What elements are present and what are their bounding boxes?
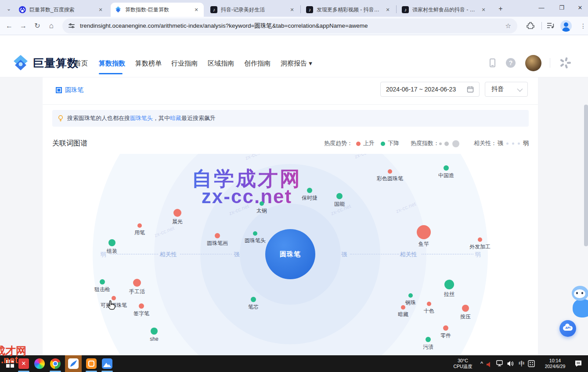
cpu-temp-widget[interactable]: 30°C CPU温度 [449, 355, 477, 372]
nav-item-6[interactable]: 创作指南 [244, 58, 271, 69]
api-floating-button[interactable]: API [559, 320, 576, 337]
bubble-dot[interactable] [100, 279, 105, 284]
taskbar-chrome-icon[interactable] [50, 358, 61, 369]
tip-link-1[interactable]: 圆珠笔头 [130, 114, 153, 122]
bubble-dot[interactable] [427, 302, 431, 306]
bubble-dot[interactable] [133, 279, 141, 287]
tray-expand-chevron-icon[interactable]: ^ [478, 355, 486, 372]
bubble-dot[interactable] [139, 303, 144, 309]
tab-close-icon[interactable]: ✕ [193, 6, 200, 13]
legend-size-medium-icon [444, 142, 449, 146]
site-info-icon[interactable] [69, 23, 75, 29]
reading-list-icon[interactable] [546, 21, 555, 32]
address-bar[interactable]: trendinsight.oceanengine.com/arithmetic-… [62, 18, 517, 33]
desktop-root: ⌄ 巨量算数_百度搜索✕算数指数-巨量算数✕♪抖音-记录美好生活✕♪发现更多精彩… [0, 0, 588, 372]
corner-watermark-line2: .net [1, 355, 18, 365]
window-close-button[interactable]: ✕ [571, 0, 588, 16]
reload-button[interactable]: ↻ [32, 20, 43, 32]
taskbar-blue-sail-app-icon[interactable] [68, 358, 79, 369]
forward-button[interactable]: → [18, 20, 29, 32]
browser-menu-icon[interactable]: ⋮ [579, 20, 588, 32]
home-button[interactable]: ⌂ [46, 20, 57, 32]
bubble-dot[interactable] [260, 201, 264, 206]
bubble-dot[interactable] [444, 165, 449, 171]
pinyin-grid-icon[interactable] [528, 360, 535, 372]
nav-item-1[interactable]: 首页 [75, 58, 88, 69]
muted-speaker-icon[interactable] [487, 361, 493, 372]
bubble-dot[interactable] [462, 305, 469, 312]
window-maximize-button[interactable]: ❐ [552, 0, 571, 16]
tab-close-icon[interactable]: ✕ [97, 6, 104, 13]
oceanengine-pinwheel-icon[interactable] [559, 56, 572, 69]
browser-profile-avatar[interactable] [560, 20, 572, 32]
bubble-dot[interactable] [215, 233, 220, 238]
ime-indicator[interactable]: 中 [517, 355, 526, 372]
new-tab-button[interactable]: + [495, 4, 506, 14]
notification-center-icon[interactable] [574, 360, 582, 372]
back-button[interactable]: ← [4, 20, 15, 32]
bubble-dot[interactable] [426, 337, 431, 342]
bubble-dot[interactable] [408, 293, 413, 298]
nav-item-5[interactable]: 区域指南 [208, 58, 234, 69]
nav-item-7[interactable]: 洞察报告 ▾ [281, 58, 312, 69]
clock-widget[interactable]: 10:14 2024/6/29 [539, 355, 571, 372]
taskbar-red-x-app-icon[interactable]: ✕ [18, 358, 29, 369]
bubble-dot[interactable] [443, 325, 448, 331]
browser-tab-2[interactable]: 算数指数-巨量算数✕ [111, 3, 204, 17]
nav-item-3[interactable]: 算数榜单 [135, 58, 162, 69]
bubble-dot[interactable] [444, 280, 454, 289]
juliang-logo-icon [11, 54, 30, 72]
browser-tab-3[interactable]: ♪抖音-记录美好生活✕ [206, 3, 299, 17]
site-logo[interactable]: 巨量算数 [11, 54, 79, 72]
bubble-dot[interactable] [417, 225, 431, 239]
tab-close-icon[interactable]: ✕ [480, 6, 487, 13]
window-minimize-button[interactable]: — [532, 0, 551, 16]
nav-item-4[interactable]: 行业指南 [171, 58, 198, 69]
cpu-temp-value: 30°C [449, 358, 477, 364]
browser-tab-1[interactable]: 巨量算数_百度搜索✕ [15, 3, 108, 17]
taskbar-color-wheel-app-icon[interactable] [34, 358, 45, 369]
browser-tab-4[interactable]: ♪发现更多精彩视频 - 抖音搜索✕ [302, 3, 395, 17]
bubble-label: 签字笔 [115, 310, 168, 317]
analysis-card: 圆珠笔 2024-06-17 ~ 2024-06-23 抖音 搜索圆珠笔的人也都… [43, 77, 538, 355]
bubble-dot[interactable] [137, 223, 142, 228]
axis-strong-right: 强 [327, 251, 362, 259]
bookmark-star-icon[interactable]: ☆ [505, 22, 511, 30]
bubble-dot[interactable] [253, 231, 257, 236]
extensions-icon[interactable] [526, 21, 535, 32]
bubble-dot[interactable] [307, 188, 312, 193]
volume-icon[interactable] [507, 361, 515, 372]
bubble-dot[interactable] [173, 209, 181, 217]
url-text[interactable]: trendinsight.oceanengine.com/arithmetic-… [80, 22, 505, 30]
platform-select[interactable]: 抖音 [485, 82, 528, 97]
mascot-character[interactable] [572, 286, 588, 321]
bubble-dot[interactable] [108, 239, 115, 246]
tab-close-icon[interactable]: ✕ [289, 6, 296, 13]
page-scrollbar[interactable] [584, 105, 588, 246]
keyword-label: 圆珠笔 [65, 86, 83, 94]
bubble-label: 笔芯 [227, 303, 280, 311]
help-icon[interactable]: ? [506, 58, 516, 68]
taskbar-photos-app-icon[interactable] [102, 358, 112, 369]
tab-close-icon[interactable]: ✕ [384, 6, 391, 13]
tip-text-prefix: 搜索圆珠笔的人也都在搜 [67, 114, 130, 122]
keyword-chip[interactable]: 圆珠笔 [56, 86, 83, 94]
bubble-dot[interactable] [478, 237, 482, 242]
taskbar-active-app-highlight[interactable] [65, 355, 82, 372]
bubble-dot[interactable] [151, 328, 158, 335]
tab-search-chevron-icon[interactable]: ⌄ [4, 4, 14, 14]
tip-link-2[interactable]: 暗藏 [170, 114, 181, 122]
browser-tab-5[interactable]: ♪强家村生鲜食品的抖音 - 抖音✕ [398, 3, 491, 17]
nav-item-2[interactable]: 算数指数 [99, 58, 125, 69]
mobile-app-icon[interactable] [490, 58, 495, 67]
legend-down-label: 下降 [388, 139, 399, 147]
network-icon[interactable] [496, 360, 504, 372]
bubble-dot[interactable] [336, 193, 343, 199]
bubble-dot[interactable] [251, 297, 256, 302]
clock-time: 10:14 [539, 358, 571, 364]
browser-toolbar: ← → ↻ ⌂ trendinsight.oceanengine.com/ari… [0, 17, 588, 35]
taskbar-orange-app-icon[interactable] [86, 358, 97, 369]
date-range-picker[interactable]: 2024-06-17 ~ 2024-06-23 [380, 82, 480, 97]
user-avatar[interactable] [525, 55, 541, 71]
bubble-dot[interactable] [388, 169, 392, 174]
